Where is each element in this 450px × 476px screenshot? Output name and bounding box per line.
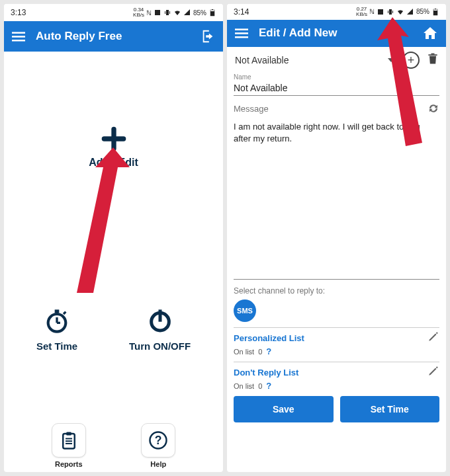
pencil-icon <box>428 331 439 342</box>
svg-rect-1 <box>166 10 169 15</box>
set-time-button[interactable]: Set Time <box>340 396 440 422</box>
add-edit-label: Add / Edit <box>4 157 223 169</box>
svg-rect-2 <box>165 11 165 14</box>
reports-label: Reports <box>52 460 86 468</box>
status-icons-right: 0.34KB/s ℕ 85% <box>133 7 216 18</box>
dontreply-onlist: On list 0 ? <box>234 381 439 391</box>
sms-channel-chip[interactable]: SMS <box>234 299 256 322</box>
exit-icon[interactable] <box>201 29 215 44</box>
delete-button[interactable] <box>426 52 439 68</box>
chevron-down-icon <box>388 58 394 62</box>
status-time: 3:13 <box>11 8 26 17</box>
svg-rect-13 <box>55 309 60 313</box>
signal-icon <box>406 8 414 16</box>
svg-rect-28 <box>389 9 392 15</box>
svg-rect-7 <box>12 32 25 34</box>
svg-rect-33 <box>435 9 436 9</box>
status-icons-right: 0.27KB/s ℕ 85% <box>356 7 439 17</box>
svg-rect-0 <box>155 10 160 15</box>
app-bar: Edit / Add New <box>227 20 446 48</box>
clipboard-icon <box>59 430 79 450</box>
stopwatch-icon <box>44 307 70 334</box>
svg-line-16 <box>64 312 66 314</box>
message-field[interactable]: I am not available right now. I will get… <box>234 121 439 280</box>
battery-icon <box>208 9 216 17</box>
status-bar: 3:13 0.34KB/s ℕ 85% <box>4 4 223 21</box>
template-dropdown[interactable]: Not Available <box>234 51 396 69</box>
dropdown-value: Not Available <box>235 55 289 65</box>
home-icon[interactable] <box>422 25 438 41</box>
set-time-button[interactable]: Set Time <box>36 307 77 352</box>
add-template-button[interactable]: + <box>402 52 420 69</box>
question-icon: ? <box>148 430 168 450</box>
svg-rect-20 <box>66 432 71 436</box>
help-icon[interactable]: ? <box>266 381 271 391</box>
app-title: Edit / Add New <box>259 26 412 40</box>
vibrate-icon <box>386 8 394 16</box>
svg-rect-38 <box>431 54 435 55</box>
wifi-icon <box>396 8 404 16</box>
reports-button[interactable]: Reports <box>52 423 86 468</box>
svg-rect-6 <box>212 9 213 10</box>
name-label: Name <box>234 73 439 81</box>
svg-rect-3 <box>169 11 170 14</box>
edit-dontreply-button[interactable] <box>428 365 439 379</box>
hamburger-icon[interactable] <box>235 26 248 40</box>
app-title: Auto Reply Free <box>36 30 190 43</box>
svg-marker-26 <box>77 147 130 293</box>
battery-text: 85% <box>416 8 429 15</box>
svg-rect-9 <box>12 40 25 42</box>
dont-reply-list-title[interactable]: Don't Reply List <box>234 368 298 377</box>
svg-rect-11 <box>101 136 126 141</box>
svg-rect-35 <box>235 33 248 35</box>
edit-body: Not Available + Name Not Available Messa… <box>227 47 446 472</box>
svg-text:?: ? <box>155 434 162 447</box>
phone-edit: 3:14 0.27KB/s ℕ 85% Edit / Add New Not A… <box>227 4 446 472</box>
help-button[interactable]: ? Help <box>141 423 175 468</box>
personalized-onlist: On list 0 ? <box>234 346 439 356</box>
svg-rect-8 <box>12 36 25 38</box>
pencil-icon <box>428 365 439 377</box>
main-body: Add / Edit Set Time Turn ON/OFF Reports … <box>4 52 223 472</box>
select-channel-label: Select channel to reply to: <box>234 286 439 296</box>
help-label: Help <box>141 460 175 468</box>
wifi-icon <box>173 9 181 17</box>
plus-icon: + <box>408 54 415 67</box>
status-time: 3:14 <box>234 7 249 17</box>
settings-tiny-icon <box>377 8 384 16</box>
arrow-annotation <box>57 147 130 302</box>
svg-rect-34 <box>235 29 248 31</box>
trash-icon <box>426 52 439 65</box>
svg-rect-18 <box>158 309 161 321</box>
power-icon <box>147 307 173 334</box>
vibrate-icon <box>163 9 171 17</box>
svg-rect-37 <box>428 55 437 56</box>
battery-icon <box>431 8 439 16</box>
message-label: Message <box>234 104 269 114</box>
app-bar: Auto Reply Free <box>4 21 223 52</box>
help-icon[interactable]: ? <box>266 346 271 356</box>
battery-text: 85% <box>193 9 206 17</box>
svg-rect-32 <box>433 11 437 15</box>
hamburger-icon[interactable] <box>12 30 25 43</box>
svg-rect-27 <box>378 9 383 15</box>
set-time-label: Set Time <box>36 340 77 352</box>
add-edit-button[interactable]: Add / Edit <box>4 124 223 169</box>
name-field[interactable]: Not Available <box>234 81 439 96</box>
status-bar: 3:14 0.27KB/s ℕ 85% <box>227 4 446 20</box>
phone-home: 3:13 0.34KB/s ℕ 85% Auto Reply Free Add … <box>4 4 223 472</box>
svg-rect-29 <box>388 11 388 13</box>
signal-icon <box>183 9 191 17</box>
refresh-icon[interactable] <box>428 102 439 114</box>
toggle-button[interactable]: Turn ON/OFF <box>129 307 191 352</box>
toggle-label: Turn ON/OFF <box>129 340 191 352</box>
settings-tiny-icon <box>154 9 161 17</box>
svg-rect-36 <box>235 36 248 38</box>
edit-personalized-button[interactable] <box>428 331 439 345</box>
save-button[interactable]: Save <box>234 396 334 422</box>
nfc-icon: ℕ <box>369 8 375 15</box>
svg-rect-30 <box>392 11 393 13</box>
plus-icon <box>4 124 223 154</box>
nfc-icon: ℕ <box>146 9 152 17</box>
personalized-list-title[interactable]: Personalized List <box>234 333 304 343</box>
